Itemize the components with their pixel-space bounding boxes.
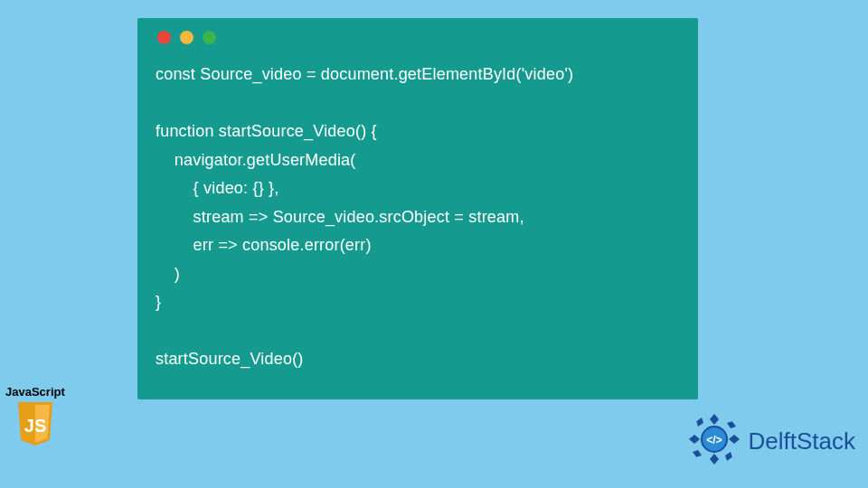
code-block: const Source_video = document.getElement…	[156, 61, 680, 374]
code-window: const Source_video = document.getElement…	[137, 18, 698, 399]
javascript-label: JavaScript	[5, 385, 65, 399]
javascript-badge: JavaScript JS	[5, 385, 65, 447]
svg-text:JS: JS	[24, 416, 46, 436]
traffic-lights	[157, 31, 680, 44]
javascript-shield-icon: JS	[14, 400, 56, 447]
svg-text:</>: </>	[706, 434, 722, 446]
minimize-icon	[180, 31, 193, 44]
delftstack-logo-icon: </>	[685, 410, 743, 472]
close-icon	[157, 31, 171, 44]
delftstack-text: DelftStack	[749, 427, 856, 455]
delftstack-badge: </> DelftStack	[685, 410, 856, 472]
maximize-icon	[203, 31, 216, 44]
